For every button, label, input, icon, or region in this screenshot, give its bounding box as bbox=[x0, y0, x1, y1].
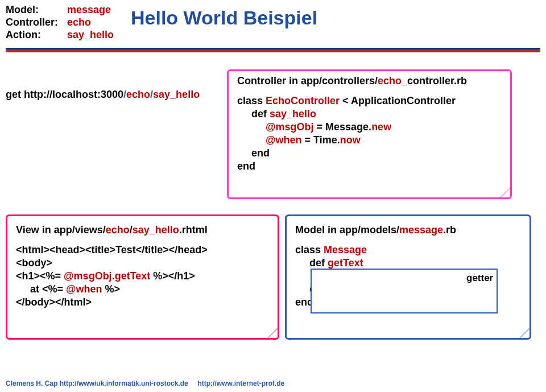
request-prefix: get http://localhost:3000 bbox=[6, 89, 123, 100]
call: new bbox=[371, 121, 391, 133]
kw-class: class bbox=[237, 95, 266, 106]
footer: Clemens H. Cap http://wwwiuk.informatik.… bbox=[6, 379, 284, 387]
request-controller: echo bbox=[126, 89, 150, 100]
kw-def: def bbox=[309, 257, 328, 269]
kw-end: end bbox=[251, 147, 270, 159]
request-line: get http://localhost:3000/echo/say_hello bbox=[6, 89, 200, 101]
class-name: Message bbox=[324, 244, 367, 255]
view-code-box: View in app/views/echo/say_hello.rhtml <… bbox=[6, 214, 279, 340]
kw-end: end bbox=[237, 160, 255, 172]
model-ext: .rb bbox=[443, 224, 456, 236]
model-file: message bbox=[399, 224, 443, 236]
model-path: Model in app/models/ bbox=[295, 224, 399, 236]
view-action: say_hello bbox=[133, 224, 179, 236]
controller-code-box: Controller in app/controllers/echo_contr… bbox=[227, 69, 512, 199]
url1: http://wwwiuk.informatik.uni-rostock.de bbox=[60, 379, 188, 387]
method-name: say_hello bbox=[270, 108, 316, 119]
fold-corner bbox=[267, 328, 278, 338]
author: Clemens H. Cap bbox=[6, 379, 60, 387]
controller-name: echo bbox=[378, 75, 402, 86]
class-name: EchoController bbox=[266, 95, 342, 106]
call: getText bbox=[115, 270, 154, 282]
controller-label: Controller: bbox=[6, 16, 67, 28]
divider bbox=[6, 48, 540, 52]
kw-def: def bbox=[251, 108, 270, 119]
html-line: </body></html> bbox=[16, 296, 92, 308]
erb: <h1><%= bbox=[16, 270, 64, 282]
request-action: say_hello bbox=[153, 89, 200, 100]
mvc-header: Model: message Controller: echo Action: … bbox=[6, 3, 114, 41]
fold-corner bbox=[519, 328, 530, 338]
view-controller: echo bbox=[106, 224, 130, 236]
kw-class: class bbox=[295, 244, 324, 255]
erb: at <%= bbox=[30, 283, 66, 295]
ivar: @msgObj bbox=[266, 121, 317, 133]
ivar: @when bbox=[266, 134, 305, 146]
controller-ext: _controller.rb bbox=[402, 75, 467, 86]
url2: http://www.internet-prof.de bbox=[197, 379, 284, 387]
erb: %></h1> bbox=[153, 270, 195, 282]
html-line: <html><head><title>Test</title></head> bbox=[16, 244, 208, 255]
model-label: Model: bbox=[6, 3, 67, 16]
getter-label: getter bbox=[466, 273, 493, 284]
call: now bbox=[340, 134, 361, 146]
ivar: @when bbox=[66, 283, 105, 295]
erb: %> bbox=[105, 283, 121, 295]
html-line: <body> bbox=[16, 257, 52, 269]
action-label: Action: bbox=[6, 28, 67, 41]
controller-value: echo bbox=[67, 16, 91, 28]
inherit: < ApplicationController bbox=[342, 95, 456, 106]
view-ext: .rhtml bbox=[179, 224, 208, 236]
ivar: @msgObj bbox=[64, 270, 112, 282]
fold-corner bbox=[500, 187, 510, 197]
assign: = Time. bbox=[305, 134, 340, 146]
action-value: say_hello bbox=[67, 28, 114, 41]
slide-title: Hello World Beispiel bbox=[131, 7, 317, 29]
view-path: View in app/views/ bbox=[16, 224, 106, 236]
method-name: getText bbox=[328, 257, 363, 269]
model-value: message bbox=[67, 3, 111, 16]
controller-path: Controller in app/controllers/ bbox=[237, 75, 378, 86]
assign: = Message. bbox=[317, 121, 372, 133]
